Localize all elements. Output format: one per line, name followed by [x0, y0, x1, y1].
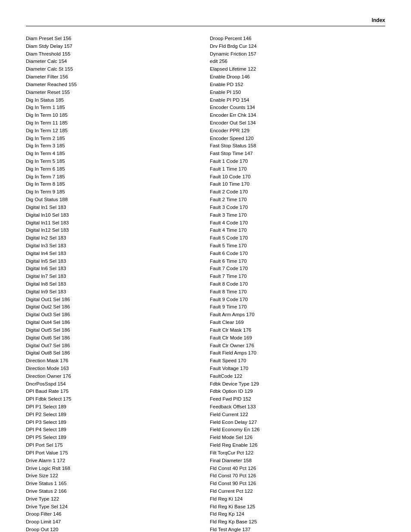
list-item: DPI P2 Select 189 — [26, 411, 201, 419]
list-item: Enable PD 152 — [210, 81, 385, 89]
list-item: Fault Voltage 170 — [210, 365, 385, 373]
list-item: Digital In6 Sel 183 — [26, 265, 201, 273]
list-item: Fld Reg Ki 124 — [210, 495, 385, 503]
list-item: Digital Out2 Sel 186 — [26, 303, 201, 311]
list-item: Diam Threshold 155 — [26, 50, 201, 58]
list-item: Fault 3 Code 170 — [210, 204, 385, 212]
list-item: Diam Stdy Delay 157 — [26, 43, 201, 50]
list-item: Fault Clr Mode 169 — [210, 334, 385, 342]
list-item: Fault 9 Code 170 — [210, 296, 385, 304]
list-item: Diameter Calc 154 — [26, 58, 201, 65]
list-item: Dig In Term 11 185 — [26, 119, 201, 127]
list-item: DPI P5 Select 189 — [26, 434, 201, 442]
page-header: Index — [26, 17, 385, 26]
list-item: Diameter Reached 155 — [26, 81, 201, 89]
list-item: Fld Const 90 Pct 126 — [210, 480, 385, 488]
list-item: Droop Limit 147 — [26, 518, 201, 526]
list-item: Fast Stop Status 158 — [210, 142, 385, 150]
list-item: Fault 1 Code 170 — [210, 158, 385, 165]
page: Index Diam Preset Sel 156Diam Stdy Delay… — [0, 0, 411, 532]
list-item: Dig In Term 1 185 — [26, 104, 201, 112]
list-item: Digital In12 Sel 183 — [26, 227, 201, 234]
list-item: Dig In Term 6 185 — [26, 165, 201, 173]
list-item: Drive Type 122 — [26, 495, 201, 503]
list-item: Dig In Term 12 185 — [26, 127, 201, 135]
list-item: Field Econ Delay 127 — [210, 419, 385, 426]
list-item: Diameter Reset 155 — [26, 89, 201, 96]
list-item: DPI P3 Select 189 — [26, 419, 201, 426]
list-item: Dig In Term 7 185 — [26, 173, 201, 181]
list-item: Dig In Term 4 185 — [26, 150, 201, 158]
list-item: FaultCode 122 — [210, 373, 385, 380]
list-item: Droop Out 120 — [26, 526, 201, 532]
list-item: Digital In3 Sel 183 — [26, 242, 201, 250]
list-item: Feedback Offset 133 — [210, 403, 385, 411]
list-item: Digital Out7 Sel 186 — [26, 342, 201, 350]
list-item: Direction Owner 176 — [26, 373, 201, 380]
list-item: Fault Clr Owner 176 — [210, 342, 385, 350]
list-item: Digital In1 Sel 183 — [26, 204, 201, 212]
list-item: DPI Port Sel 175 — [26, 442, 201, 449]
list-item: DPI Fdbk Select 175 — [26, 395, 201, 403]
list-item: Fault 6 Code 170 — [210, 250, 385, 258]
list-item: Fault 3 Time 170 — [210, 212, 385, 219]
list-item: Fld Const 70 Pct 126 — [210, 472, 385, 480]
list-item: DPI Port Value 175 — [26, 449, 201, 457]
list-item: Diameter Filter 156 — [26, 73, 201, 81]
list-item: Dynamic Friction 157 — [210, 50, 385, 58]
list-item: Fault Clear 169 — [210, 319, 385, 327]
list-item: Direction Mode 163 — [26, 365, 201, 373]
list-item: Drv Fld Brdg Cur 124 — [210, 43, 385, 50]
list-item: Digital In2 Sel 183 — [26, 234, 201, 242]
list-item: Diameter Calc St 155 — [26, 65, 201, 73]
list-item: Dig In Term 10 185 — [26, 112, 201, 119]
list-item: Fault 4 Time 170 — [210, 227, 385, 234]
list-item: Digital In9 Sel 183 — [26, 288, 201, 296]
list-item: Fault 5 Time 170 — [210, 242, 385, 250]
list-item: Field Current 122 — [210, 411, 385, 419]
list-item: Fault 8 Time 170 — [210, 288, 385, 296]
list-item: Enable PI 150 — [210, 89, 385, 96]
list-item: Dig Out Status 188 — [26, 196, 201, 204]
list-item: Encoder Err Chk 134 — [210, 112, 385, 119]
list-item: Drive Type Sel 124 — [26, 503, 201, 511]
list-item: Digital Out4 Sel 186 — [26, 319, 201, 327]
list-item: Fld Reg Kp Base 125 — [210, 518, 385, 526]
list-item: Filt TorqCur Pct 122 — [210, 449, 385, 457]
list-item: Fault 4 Code 170 — [210, 219, 385, 227]
list-item: Digital In7 Sel 183 — [26, 273, 201, 280]
list-item: Fault 2 Code 170 — [210, 188, 385, 196]
list-item: Fast Stop Time 147 — [210, 150, 385, 158]
list-item: Digital Out3 Sel 186 — [26, 311, 201, 319]
list-item: Digital Out8 Sel 186 — [26, 349, 201, 357]
list-item: Digital Out6 Sel 186 — [26, 334, 201, 342]
list-item: Encoder Out Sel 134 — [210, 119, 385, 127]
list-item: Digital Out5 Sel 186 — [26, 327, 201, 334]
list-item: Fault 10 Code 170 — [210, 173, 385, 181]
list-item: Drive Status 1 165 — [26, 480, 201, 488]
list-item: DPI P1 Select 189 — [26, 403, 201, 411]
list-item: Droop Filter 146 — [26, 510, 201, 518]
list-item: Fdbk Option ID 129 — [210, 388, 385, 395]
list-item: Digital In8 Sel 183 — [26, 280, 201, 288]
list-item: Droop Percent 146 — [210, 35, 385, 43]
list-item: Fld Const 40 Pct 126 — [210, 465, 385, 473]
list-item: Encoder PPR 129 — [210, 127, 385, 135]
right-column: Droop Percent 146Drv Fld Brdg Cur 124Dyn… — [210, 35, 385, 532]
list-item: Dig In Term 8 185 — [26, 180, 201, 188]
list-item: DPI P4 Select 189 — [26, 426, 201, 434]
list-item: Fld Current Pct 122 — [210, 488, 385, 495]
list-item: Fault 10 Time 170 — [210, 180, 385, 188]
list-item: Dig In Term 9 185 — [26, 188, 201, 196]
list-item: Fld Test Angle 137 — [210, 526, 385, 532]
list-item: DPI Baud Rate 175 — [26, 388, 201, 395]
header-title: Index — [372, 17, 385, 23]
list-item: Field Reg Enable 126 — [210, 442, 385, 449]
list-item: Dig In Status 185 — [26, 96, 201, 104]
list-item: DncrPosSspd 154 — [26, 380, 201, 388]
list-item: Drive Size 122 — [26, 472, 201, 480]
list-item: Fault 1 Time 170 — [210, 165, 385, 173]
list-item: Dig In Term 3 185 — [26, 142, 201, 150]
list-item: Encoder Speed 120 — [210, 135, 385, 143]
list-item: Digital In5 Sel 183 — [26, 258, 201, 265]
